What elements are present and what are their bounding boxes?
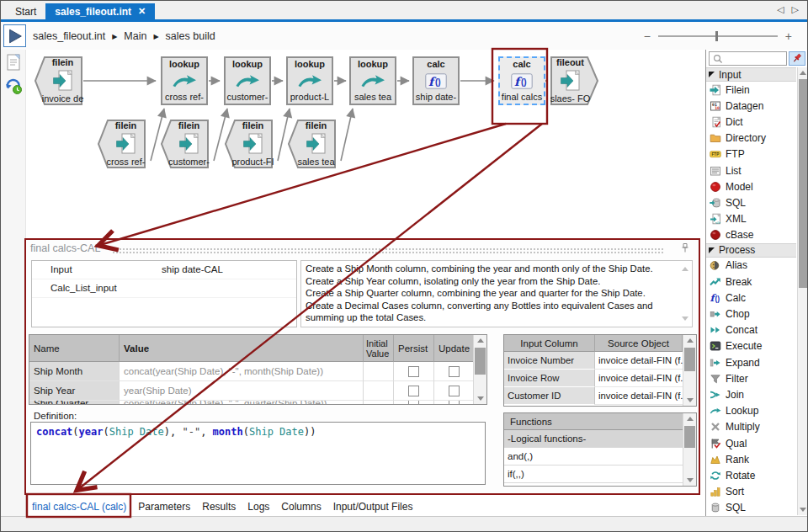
palette-item-input-cbase[interactable]: cBase bbox=[706, 227, 796, 243]
update-checkbox[interactable] bbox=[449, 386, 460, 396]
scroll-down-arrow-icon[interactable] bbox=[798, 504, 808, 515]
node-invoice-de[interactable]: fileininvoice de bbox=[35, 56, 82, 105]
update-checkbox[interactable] bbox=[449, 366, 460, 377]
scrollbar[interactable] bbox=[683, 335, 696, 406]
functions-table[interactable]: Functions-Logical functions-and(,)if(,,) bbox=[503, 412, 697, 487]
tab-scroll-left-icon[interactable]: ◁ bbox=[777, 4, 784, 15]
palette-item-input-dict[interactable]: Dict bbox=[706, 114, 796, 130]
attr-table-row[interactable]: Ship Monthconcat(year(Ship Date), "-", m… bbox=[29, 362, 475, 381]
palette-item-process-rank[interactable]: Rank bbox=[706, 451, 796, 467]
zoom-in-button[interactable]: + bbox=[785, 29, 792, 43]
palette-item-input-model[interactable]: Model bbox=[706, 178, 796, 194]
scroll-down-arrow-icon[interactable] bbox=[474, 393, 486, 404]
palette-item-process-break[interactable]: Break bbox=[706, 274, 796, 290]
function-row-if[interactable]: if(,,) bbox=[504, 466, 683, 483]
palette-scrollbar-thumb[interactable] bbox=[799, 79, 807, 288]
description-box[interactable]: Create a Ship Month column, combining th… bbox=[300, 260, 693, 327]
palette-item-process-qual[interactable]: Qual bbox=[706, 435, 796, 451]
palette-item-input-datagen[interactable]: 0110Datagen bbox=[706, 98, 796, 114]
palette-search-input[interactable] bbox=[724, 53, 786, 65]
input-column-row[interactable]: Customer IDinvoice detail-FIN (f... bbox=[504, 387, 683, 405]
palette-item-process-execute[interactable]: Execute bbox=[706, 338, 796, 354]
node-slaes-fo[interactable]: fileoutslaes- FO bbox=[550, 56, 598, 105]
palette-item-input-ftp[interactable]: FTPFTP bbox=[706, 146, 796, 162]
persist-checkbox[interactable] bbox=[408, 386, 419, 396]
scroll-up-arrow-icon[interactable] bbox=[798, 67, 808, 78]
palette-item-process-join[interactable]: Join bbox=[706, 386, 796, 402]
palette-item-process-rotate[interactable]: Rotate bbox=[706, 467, 796, 483]
breadcrumb-item-sales-fileout-int[interactable]: sales_fileout.int bbox=[33, 30, 105, 42]
palette-item-process-concat[interactable]: Concat bbox=[706, 322, 796, 338]
attr-initial-value-cell[interactable] bbox=[364, 401, 394, 405]
zoom-out-button[interactable]: − bbox=[644, 29, 651, 43]
scroll-up-arrow-icon[interactable] bbox=[683, 335, 696, 346]
attr-value-cell[interactable]: year(Ship Date) bbox=[120, 381, 364, 401]
input-binding-row[interactable]: Inputship date-CAL bbox=[32, 261, 296, 279]
bottom-tab-logs[interactable]: Logs bbox=[247, 501, 269, 513]
bottom-tab-results[interactable]: Results bbox=[202, 501, 236, 513]
node-cross-ref[interactable]: lookupcross ref- bbox=[161, 56, 208, 105]
palette-item-input-filein[interactable]: Filein bbox=[706, 82, 796, 98]
attr-value-cell[interactable]: concat(year(Ship Date), "-", quarter(Shi… bbox=[120, 401, 364, 405]
palette-item-input-xml[interactable]: </>XML bbox=[706, 211, 796, 227]
palette-item-process-calc[interactable]: f()Calc bbox=[706, 290, 796, 306]
scroll-down-icon[interactable] bbox=[682, 317, 688, 321]
bottom-tab-input-output-files[interactable]: Input/Output Files bbox=[333, 501, 413, 513]
input-column-row[interactable]: Invoice Rowinvoice detail-FIN (f... bbox=[504, 370, 683, 387]
node-customer[interactable]: lookupcustomer- bbox=[224, 56, 271, 105]
scroll-up-arrow-icon[interactable] bbox=[683, 413, 696, 424]
scrollbar-thumb[interactable] bbox=[684, 348, 695, 371]
breadcrumb-item-main[interactable]: Main bbox=[124, 30, 146, 42]
input-column-row[interactable]: Invoice Numberinvoice detail-FIN (f... bbox=[504, 352, 683, 370]
palette-item-process-chop[interactable]: Chop bbox=[706, 306, 796, 322]
input-binding-row[interactable]: Calc_List_input bbox=[32, 279, 296, 298]
zoom-slider-track[interactable] bbox=[658, 35, 778, 37]
function-row-and[interactable]: and(,) bbox=[504, 448, 683, 466]
palette-item-process-sql[interactable]: SQL bbox=[706, 500, 796, 516]
node-final-calcs[interactable]: calcf()final calcs bbox=[498, 56, 545, 105]
palette-item-process-alias[interactable]: Alias bbox=[706, 258, 796, 274]
definition-editor[interactable]: concat(year(Ship Date), "-", month(Ship … bbox=[30, 422, 486, 485]
attr-table-row[interactable]: Ship Quarterconcat(year(Ship Date), "-",… bbox=[29, 401, 475, 405]
scrollbar[interactable] bbox=[683, 413, 696, 486]
palette-section-process[interactable]: Process bbox=[706, 243, 796, 258]
attr-initial-value-cell[interactable] bbox=[364, 362, 394, 381]
panel-pin-icon[interactable] bbox=[680, 242, 690, 256]
node-product-l[interactable]: lookupproduct-L bbox=[286, 56, 333, 105]
node-product-fi[interactable]: fileinproduct-FI bbox=[225, 120, 273, 168]
palette-item-input-directory[interactable]: Directory bbox=[706, 130, 796, 146]
node-cross-ref[interactable]: fileincross ref- bbox=[98, 120, 146, 168]
scrollbar[interactable] bbox=[473, 335, 486, 404]
persist-checkbox[interactable] bbox=[408, 401, 419, 405]
attr-table-row[interactable]: Ship Yearyear(Ship Date) bbox=[29, 381, 475, 401]
attr-value-cell[interactable]: concat(year(Ship Date), "-", month(Ship … bbox=[120, 362, 364, 381]
scroll-up-icon[interactable] bbox=[682, 267, 688, 271]
panel-drag-handle[interactable] bbox=[112, 247, 663, 254]
scrollbar-thumb[interactable] bbox=[475, 348, 486, 375]
refresh-schedule-icon[interactable] bbox=[3, 76, 24, 96]
zoom-slider-thumb[interactable] bbox=[715, 31, 718, 41]
calc-attributes-table[interactable]: NameValueInitial ValuePersistUpdateShip … bbox=[29, 334, 487, 405]
palette-item-input-sql[interactable]: SQL bbox=[706, 194, 796, 210]
bottom-tab-columns[interactable]: Columns bbox=[281, 501, 321, 513]
tab-sales-fileout-int[interactable]: sales_fileout.int ✕ bbox=[45, 3, 155, 19]
tab-scroll-right-icon[interactable]: ▷ bbox=[792, 4, 799, 15]
pin-button[interactable] bbox=[789, 51, 805, 66]
input-columns-table[interactable]: Input ColumnSource ObjectInvoice Numberi… bbox=[503, 334, 697, 407]
report-icon[interactable] bbox=[3, 52, 24, 72]
breadcrumb-item-sales-build[interactable]: sales build bbox=[166, 30, 215, 42]
run-button[interactable] bbox=[3, 24, 26, 47]
node-sales-tea[interactable]: lookupsales tea bbox=[349, 56, 396, 105]
scroll-up-arrow-icon[interactable] bbox=[474, 335, 486, 346]
palette-scrollbar[interactable] bbox=[797, 67, 808, 515]
node-customer[interactable]: fileincustomer- bbox=[161, 120, 209, 168]
tab-close-icon[interactable]: ✕ bbox=[138, 6, 146, 17]
scroll-down-arrow-icon[interactable] bbox=[683, 395, 696, 406]
attr-initial-value-cell[interactable] bbox=[364, 381, 394, 401]
update-checkbox[interactable] bbox=[449, 401, 460, 405]
palette-item-process-lookup[interactable]: Lookup bbox=[706, 403, 796, 419]
node-sales-tea[interactable]: fileinsales tea bbox=[288, 120, 336, 168]
palette-section-input[interactable]: Input bbox=[706, 67, 796, 82]
palette-item-process-sort[interactable]: Sort bbox=[706, 484, 796, 500]
palette-item-process-filter[interactable]: Filter bbox=[706, 370, 796, 386]
